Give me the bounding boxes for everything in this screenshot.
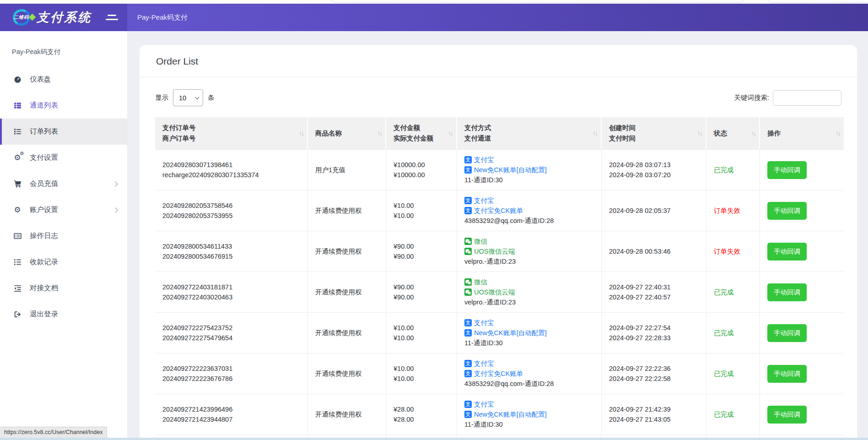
order-row: 20240928020537585462024092802053753955开通… <box>155 190 844 231</box>
order-row: 20240927222236370312024092722223676786开通… <box>155 353 844 394</box>
column-header-label: 支付金额 <box>394 123 449 133</box>
channel-info: 43853292@qq.com-通道ID:28 <box>464 379 594 389</box>
sort-icon[interactable]: ↑↓ <box>448 130 453 137</box>
product-name: 开通续费使用权 <box>315 287 378 297</box>
chevron-right-icon <box>113 207 118 212</box>
sidebar-item-api-docs[interactable]: 对接文档 <box>0 275 127 301</box>
product-name: 开通续费使用权 <box>315 206 378 216</box>
status-badge: 已完成 <box>714 166 734 174</box>
payment-amount: ¥28.00 <box>394 404 449 414</box>
manual-callback-button[interactable]: 手动回调 <box>767 202 807 220</box>
taskbar-edge <box>0 438 868 440</box>
sidebar-item-label: 通道列表 <box>30 101 58 110</box>
sidebar-item-logout[interactable]: 退出登录 <box>0 301 127 327</box>
action-cell: 手动回调 <box>760 272 844 313</box>
column-header-label: 支付方式 <box>464 123 593 133</box>
amount-cell: ¥90.00¥90.00 <box>386 272 457 313</box>
payment-order-number: 2024092800534611433 <box>162 241 300 251</box>
alipay-icon: 支 <box>464 360 472 367</box>
channel-info: 11-通道ID:30 <box>464 175 594 185</box>
column-header-label: 支付通道 <box>464 133 593 144</box>
sort-icon[interactable]: ↑↓ <box>377 130 382 137</box>
page-size-suffix-label: 条 <box>208 93 215 102</box>
column-header[interactable]: 支付方式支付通道↑↓ <box>457 117 602 149</box>
sidebar-toggle-button[interactable] <box>106 15 118 20</box>
payment-channel: UOS微信云端 <box>464 246 594 256</box>
sidebar-item-order-list[interactable]: 订单列表 <box>0 119 127 145</box>
column-header[interactable]: 支付金额实际支付金额↑↓ <box>386 117 457 149</box>
order-numbers-cell: 20240927214239964962024092721423944807 <box>155 394 308 435</box>
breadcrumb: Pay-Peak码支付 <box>137 13 188 22</box>
chevron-right-icon <box>113 181 118 186</box>
manual-callback-button[interactable]: 手动回调 <box>767 283 807 301</box>
manual-callback-button[interactable]: 手动回调 <box>767 324 807 342</box>
sidebar-item-collection-records[interactable]: 收款记录 <box>0 249 127 275</box>
payment-channel: 支New免CK账单[自动配置] <box>464 328 594 338</box>
sidebar-item-cart[interactable]: 会员充值 <box>0 171 127 197</box>
product-name: 开通续费使用权 <box>315 369 378 379</box>
time-cell: 2024-09-27 22:40:312024-09-27 22:40:57 <box>602 272 706 313</box>
sidebar-item-payment-settings[interactable]: ⚙⚙支付设置 <box>0 145 127 171</box>
sidebar-item-operation-log[interactable]: 操作日志 <box>0 223 127 249</box>
payment-method: 支支付宝 <box>464 359 594 369</box>
sort-icon[interactable]: ↑↓ <box>593 130 597 137</box>
chevron-down-icon <box>195 95 199 99</box>
status-cell: 已完成 <box>706 272 760 313</box>
payment-method: 微信 <box>464 236 594 246</box>
merchant-order-number: recharge2024092803071335374 <box>162 170 300 180</box>
payment-method-cell: 支支付宝支支付宝免CK账单43853292@qq.com-通道ID:28 <box>457 190 602 231</box>
cart-icon <box>13 180 22 188</box>
action-cell: 手动回调 <box>760 149 844 190</box>
sort-icon[interactable]: ↑↓ <box>697 130 702 137</box>
manual-callback-button[interactable]: 手动回调 <box>767 161 807 179</box>
sort-icon[interactable]: ↑↓ <box>751 130 755 137</box>
paid-time: 2024-09-27 22:22:58 <box>609 374 699 384</box>
sidebar-caption: Pay-Peak码支付 <box>0 31 127 60</box>
sort-icon[interactable]: ↑↓ <box>299 130 303 137</box>
channel-info: 11-通道ID:30 <box>464 419 594 429</box>
amount-cell: ¥10.00¥10.00 <box>386 313 457 353</box>
merchant-order-number: 2024092800534676915 <box>162 251 300 261</box>
product-name-cell: 开通续费使用权 <box>308 353 386 394</box>
product-name-cell: 开通续费使用权 <box>308 190 386 231</box>
payment-amount: ¥10.00 <box>394 323 449 333</box>
status-cell: 已完成 <box>706 313 760 353</box>
logout-icon <box>13 310 22 318</box>
order-numbers-cell: 20240928020537585462024092802053753955 <box>155 190 308 231</box>
column-header[interactable]: 支付订单号商户订单号↑↓ <box>155 117 308 149</box>
column-header[interactable]: 操作↑↓ <box>760 117 844 149</box>
sidebar-item-account-settings[interactable]: ⚙账户设置 <box>0 197 127 223</box>
payment-method-cell: 微信UOS微信云端velpro.-通道ID:23 <box>457 272 602 313</box>
column-header[interactable]: 商品名称↑↓ <box>308 117 386 149</box>
amount-cell: ¥28.00¥28.00 <box>386 394 457 435</box>
manual-callback-button[interactable]: 手动回调 <box>767 365 807 383</box>
page-size-select[interactable]: 10 <box>173 89 203 106</box>
sidebar-item-channel-list[interactable]: 通道列表 <box>0 92 127 119</box>
column-header[interactable]: 创建时间支付时间↑↓ <box>602 117 706 149</box>
time-cell: 2024-09-28 02:05:37 <box>602 190 706 231</box>
column-header[interactable]: 状态↑↓ <box>706 117 760 149</box>
api-docs-icon <box>13 284 22 292</box>
paid-time: 2024-09-27 21:43:05 <box>609 414 699 424</box>
sidebar-item-label: 操作日志 <box>30 231 58 241</box>
amount-cell: ¥10.00¥10.00 <box>386 190 457 231</box>
alipay-icon: 支 <box>464 207 472 214</box>
sort-icon[interactable]: ↑↓ <box>836 130 840 137</box>
amount-cell: ¥10.00¥10.00 <box>386 353 457 394</box>
channel-info: 43853292@qq.com-通道ID:28 <box>464 216 594 226</box>
sidebar-item-gauge[interactable]: 仪表盘 <box>0 66 127 92</box>
sidebar-item-label: 支付设置 <box>30 153 58 163</box>
keyword-search-input[interactable] <box>773 90 841 106</box>
alipay-icon: 支 <box>464 411 472 418</box>
manual-callback-button[interactable]: 手动回调 <box>767 243 807 261</box>
actual-payment-amount: ¥90.00 <box>394 292 449 302</box>
channel-info: 11-通道ID:30 <box>464 338 594 348</box>
sidebar-item-label: 订单列表 <box>30 127 58 136</box>
app-logo[interactable]: 二维码 支付系统 <box>0 4 127 31</box>
page-size-prefix-label: 显示 <box>155 93 168 102</box>
status-cell: 订单失效 <box>706 190 760 231</box>
browser-chrome-fragment <box>767 0 868 3</box>
gauge-icon <box>13 76 22 83</box>
actual-payment-amount: ¥90.00 <box>394 251 449 261</box>
manual-callback-button[interactable]: 手动回调 <box>767 406 807 424</box>
